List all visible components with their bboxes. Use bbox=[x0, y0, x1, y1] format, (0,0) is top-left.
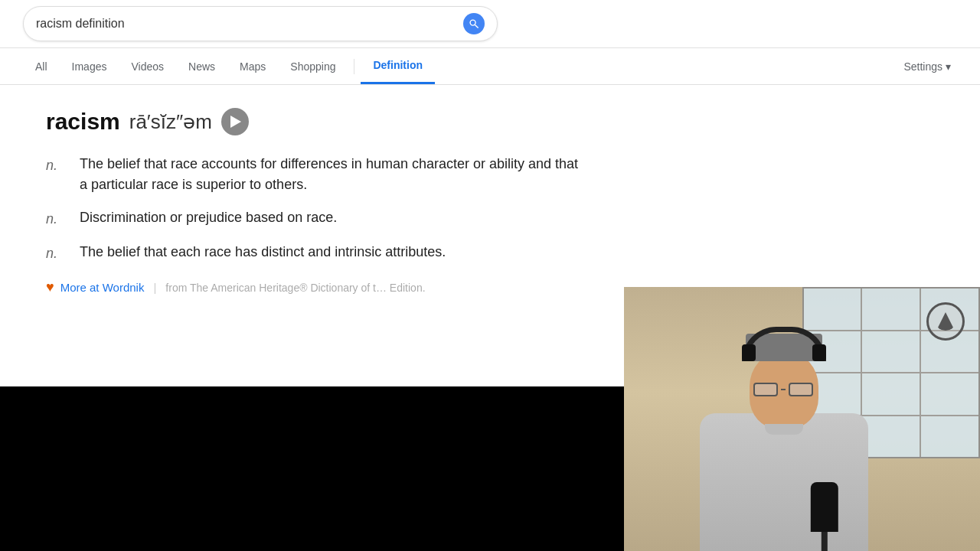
tab-shopping[interactable]: Shopping bbox=[278, 50, 348, 83]
definition-text-3: The belief that each race has distinct a… bbox=[80, 242, 446, 264]
person-body bbox=[692, 337, 876, 551]
tab-images[interactable]: Images bbox=[60, 50, 119, 83]
part-of-speech-3: n. bbox=[46, 242, 64, 264]
headphone-right-cup bbox=[812, 344, 826, 361]
grid-cell bbox=[921, 416, 978, 458]
definition-entry-2: n. Discrimination or prejudice based on … bbox=[46, 207, 582, 230]
mic-body bbox=[810, 482, 838, 532]
grid-cell bbox=[921, 373, 978, 415]
nav-right-section: Settings ▾ bbox=[897, 50, 957, 83]
heart-icon: ♥ bbox=[46, 279, 54, 295]
definition-entry-1: n. The belief that race accounts for dif… bbox=[46, 154, 582, 195]
tab-videos[interactable]: Videos bbox=[119, 50, 176, 83]
chevron-down-icon: ▾ bbox=[946, 60, 951, 73]
source-attribution: from The American Heritage® Dictionary o… bbox=[165, 282, 425, 294]
webcam-content bbox=[624, 287, 980, 551]
glasses-bridge bbox=[781, 389, 786, 390]
part-of-speech-2: n. bbox=[46, 207, 64, 230]
source-line: ♥ More at Wordnik | from The American He… bbox=[46, 279, 582, 295]
person-beard bbox=[765, 424, 803, 435]
definition-content: racism rā′sĭz″əm n. The belief that race… bbox=[0, 85, 628, 318]
grid-cell bbox=[862, 289, 920, 330]
definition-entry-3: n. The belief that each race has distinc… bbox=[46, 242, 582, 264]
nav-divider bbox=[354, 59, 354, 74]
svg-point-0 bbox=[470, 20, 475, 25]
tab-definition[interactable]: Definition bbox=[361, 48, 435, 84]
word-pronunciation: rā′sĭz″əm bbox=[129, 110, 212, 134]
person-glasses bbox=[753, 383, 815, 396]
mic-stand bbox=[821, 532, 827, 551]
nav-tabs: All Images Videos News Maps Shopping Def… bbox=[0, 48, 980, 85]
svg-line-1 bbox=[475, 24, 478, 28]
webcam-overlay bbox=[624, 287, 980, 551]
bottom-black-area bbox=[0, 386, 628, 551]
wall-logo-icon bbox=[936, 312, 955, 331]
wordnik-link[interactable]: More at Wordnik bbox=[60, 281, 145, 294]
glasses-left bbox=[753, 383, 778, 396]
headphone-left-cup bbox=[742, 344, 756, 361]
settings-label: Settings bbox=[903, 60, 942, 73]
pronunciation-play-button[interactable] bbox=[221, 108, 249, 135]
part-of-speech-1: n. bbox=[46, 154, 64, 195]
search-input[interactable]: racism definition bbox=[36, 17, 463, 31]
tab-news[interactable]: News bbox=[176, 50, 227, 83]
definition-text-1: The belief that race accounts for differ… bbox=[80, 154, 582, 195]
grid-cell bbox=[804, 289, 861, 330]
word-title-row: racism rā′sĭz″əm bbox=[46, 108, 582, 135]
person-head bbox=[750, 352, 818, 429]
search-box[interactable]: racism definition bbox=[23, 6, 498, 41]
wall-logo bbox=[926, 302, 965, 341]
tab-all[interactable]: All bbox=[23, 50, 60, 83]
glasses-right bbox=[789, 383, 813, 396]
tab-maps[interactable]: Maps bbox=[227, 50, 278, 83]
pipe-divider: | bbox=[153, 281, 156, 294]
search-bar-area: racism definition bbox=[0, 0, 980, 48]
word-term: racism bbox=[46, 109, 120, 135]
search-button[interactable] bbox=[463, 13, 485, 34]
microphone bbox=[810, 482, 838, 551]
settings-tab[interactable]: Settings ▾ bbox=[897, 50, 957, 83]
definition-text-2: Discrimination or prejudice based on rac… bbox=[80, 207, 337, 230]
